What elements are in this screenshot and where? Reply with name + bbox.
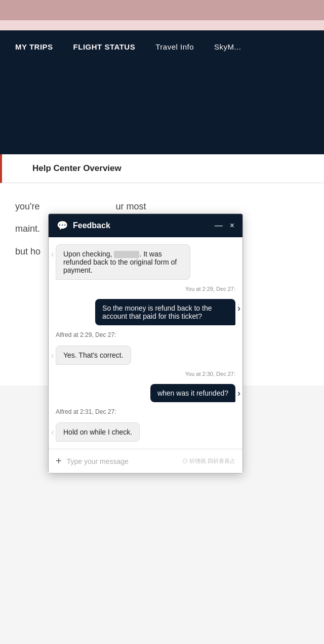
main-content: you're ur most maint. ount, exp but ho 💬…	[0, 183, 324, 385]
nav-bar: MY TRIPS FLIGHT STATUS Travel Info SkyM.…	[0, 30, 324, 63]
nav-item-skym[interactable]: SkyM...	[204, 42, 252, 51]
bg-line1: you're ur most	[15, 198, 309, 214]
chat-header-left: 💬 Feedback	[57, 220, 110, 231]
chat-widget: 💬 Feedback — × Upon checking, . It was r…	[48, 213, 243, 474]
user-timestamp-1: You at 2:29, Dec 27:	[56, 286, 235, 292]
agent-name-2: Alfred at 2:31, Dec 27:	[56, 408, 235, 415]
message-input-placeholder[interactable]: Type your message	[67, 457, 177, 465]
user-timestamp-2: You at 2:30, Dec 27:	[56, 371, 235, 377]
hero-section	[0, 63, 324, 154]
chat-header-actions: — ×	[215, 222, 234, 230]
secondary-bar	[0, 20, 324, 30]
chat-messages: Upon checking, . It was refunded back to…	[49, 237, 242, 449]
top-bar	[0, 0, 324, 20]
attachment-button[interactable]: +	[56, 455, 62, 467]
agent-bubble-1: Upon checking, . It was refunded back to…	[56, 244, 190, 280]
close-button[interactable]: ×	[230, 222, 234, 230]
chat-input-area: + Type your message ◎ 祈绕祇 四祈喜喜占	[49, 449, 242, 473]
user-bubble-1: So the money is refund back to the accou…	[95, 299, 235, 325]
chat-title: Feedback	[73, 221, 110, 230]
redacted-name	[114, 251, 139, 258]
agent-bubble-2: Yes. That's correct.	[56, 346, 131, 365]
help-center-title: Help Center Overview	[32, 163, 122, 174]
chat-header: 💬 Feedback — ×	[49, 214, 242, 237]
user-bubble-2: when was it refunded?	[150, 384, 235, 402]
help-center-bar: Help Center Overview	[0, 154, 324, 183]
nav-item-flight-status[interactable]: FLIGHT STATUS	[63, 42, 146, 51]
agent-name-1: Alfred at 2:29, Dec 27:	[56, 331, 235, 338]
nav-item-my-trips[interactable]: MY TRIPS	[5, 42, 63, 51]
agent-message-1: Upon checking, . It was refunded back to…	[56, 244, 235, 280]
chat-watermark: ◎ 祈绕祇 四祈喜喜占	[182, 457, 235, 465]
agent-bubble-3: Hold on while I check.	[56, 422, 140, 442]
minimize-button[interactable]: —	[215, 222, 223, 230]
nav-item-travel-info[interactable]: Travel Info	[145, 42, 204, 51]
chat-bubble-icon: 💬	[57, 220, 68, 231]
